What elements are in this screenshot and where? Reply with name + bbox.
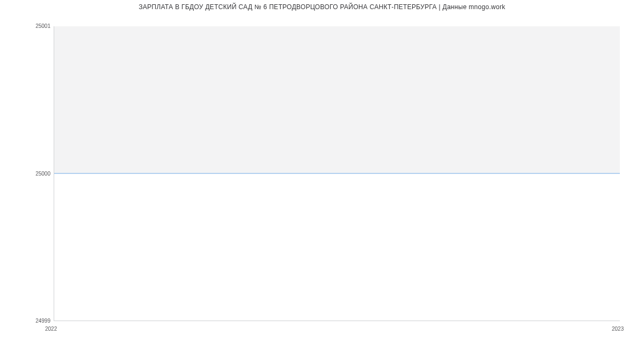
y-tick-label: 24999 <box>2 318 50 324</box>
y-tick-label: 25000 <box>2 171 50 177</box>
x-tick-label: 2023 <box>612 326 624 332</box>
plot-area <box>54 26 620 321</box>
y-tick-label: 25001 <box>2 24 50 29</box>
chart-title: ЗАРПЛАТА В ГБДОУ ДЕТСКИЙ САД № 6 ПЕТРОДВ… <box>0 3 644 11</box>
line-series <box>54 173 620 174</box>
x-tick-label: 2022 <box>45 326 57 332</box>
area-fill <box>54 26 620 173</box>
